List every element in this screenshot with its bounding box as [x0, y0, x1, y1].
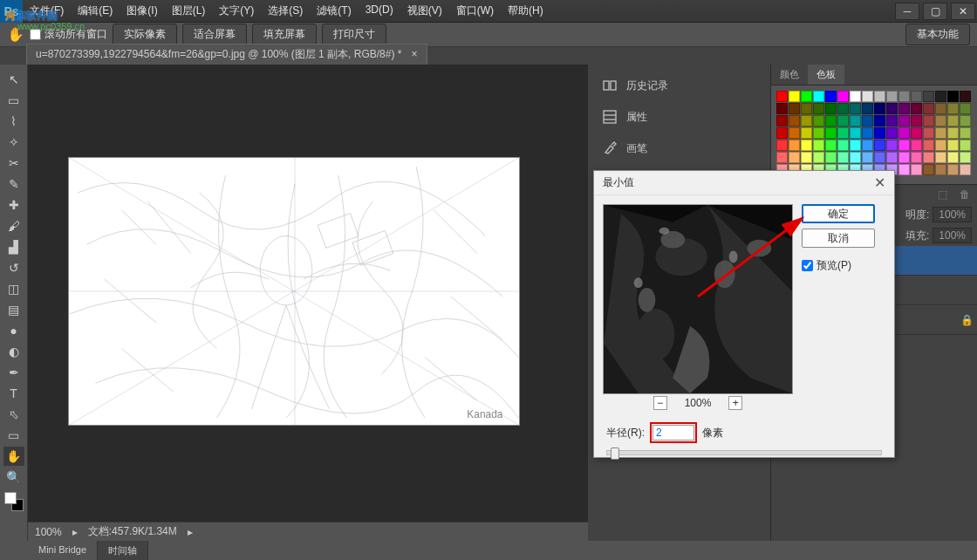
swatch[interactable]	[850, 127, 861, 139]
menu-edit[interactable]: 编辑(E)	[71, 0, 120, 23]
swatch[interactable]	[813, 115, 824, 126]
swatch[interactable]	[837, 103, 849, 114]
swatch[interactable]	[825, 91, 837, 102]
slider-thumb[interactable]	[611, 447, 619, 460]
swatch[interactable]	[898, 140, 910, 151]
swatch[interactable]	[789, 152, 800, 163]
maximize-button[interactable]: ▢	[923, 3, 947, 20]
close-button[interactable]: ✕	[951, 3, 975, 20]
trash-icon[interactable]: 🗑	[960, 188, 970, 201]
swatch[interactable]	[935, 103, 946, 114]
swatch[interactable]	[911, 91, 922, 102]
tab-timeline[interactable]: 时间轴	[98, 541, 148, 560]
hand-tool[interactable]: ✋	[3, 447, 24, 466]
swatch[interactable]	[825, 103, 837, 114]
tab-mini-bridge[interactable]: Mini Bridge	[28, 541, 98, 560]
swatch[interactable]	[789, 127, 800, 139]
swatch[interactable]	[898, 152, 910, 163]
swatch[interactable]	[801, 103, 812, 114]
pen-tool[interactable]: ✒	[3, 363, 24, 382]
swatch[interactable]	[947, 152, 959, 163]
swatch[interactable]	[874, 127, 885, 139]
swatch[interactable]	[874, 91, 885, 102]
swatch[interactable]	[923, 115, 934, 126]
swatch[interactable]	[947, 91, 959, 102]
swatch[interactable]	[886, 103, 898, 114]
move-tool[interactable]: ↖	[3, 70, 24, 89]
menu-type[interactable]: 文字(Y)	[212, 0, 261, 23]
swatch[interactable]	[886, 115, 898, 126]
swatch[interactable]	[898, 103, 910, 114]
eyedropper-tool[interactable]: ✎	[3, 174, 24, 194]
crop-tool[interactable]: ✂	[3, 154, 24, 173]
swatch[interactable]	[789, 140, 800, 151]
tab-swatches[interactable]: 色板	[808, 65, 844, 85]
swatch[interactable]	[776, 152, 788, 163]
swatch[interactable]	[813, 140, 824, 151]
zoom-status[interactable]: 100%	[35, 526, 62, 538]
swatch[interactable]	[960, 140, 971, 151]
swatch[interactable]	[923, 91, 934, 102]
brush-panel-toggle[interactable]: 画笔	[588, 133, 770, 164]
swatch[interactable]	[837, 127, 849, 139]
swatch[interactable]	[801, 152, 812, 163]
swatch[interactable]	[960, 127, 971, 139]
zoom-tool[interactable]: 🔍	[3, 468, 24, 487]
preview-checkbox[interactable]: 预览(P)	[802, 258, 875, 273]
menu-filter[interactable]: 滤镜(T)	[310, 0, 358, 23]
swatch[interactable]	[923, 127, 934, 139]
swatch[interactable]	[862, 152, 873, 163]
swatch[interactable]	[911, 127, 922, 139]
swatch[interactable]	[850, 140, 861, 151]
close-icon[interactable]: ×	[412, 48, 418, 60]
swatch[interactable]	[935, 164, 946, 175]
zoom-out-button[interactable]: −	[653, 396, 667, 410]
menu-layer[interactable]: 图层(L)	[165, 0, 213, 23]
swatch[interactable]	[801, 127, 812, 139]
swatch[interactable]	[886, 91, 898, 102]
path-select-tool[interactable]: ⬁	[3, 405, 24, 424]
swatch[interactable]	[850, 103, 861, 114]
chain-icon[interactable]: ⬚	[938, 188, 947, 201]
swatch[interactable]	[813, 103, 824, 114]
tab-color[interactable]: 颜色	[771, 65, 808, 85]
menu-select[interactable]: 选择(S)	[261, 0, 310, 23]
document-tab[interactable]: u=870273399,1922794564&fm=26&gp=0.jpg @ …	[26, 44, 427, 65]
swatch[interactable]	[813, 91, 824, 102]
radius-slider[interactable]	[606, 450, 882, 455]
radius-input[interactable]	[652, 425, 694, 440]
swatch[interactable]	[886, 152, 898, 163]
swatch[interactable]	[960, 115, 971, 126]
swatch[interactable]	[898, 127, 910, 139]
magic-wand-tool[interactable]: ✧	[3, 133, 24, 152]
filter-preview[interactable]	[603, 204, 793, 394]
swatch[interactable]	[789, 91, 800, 102]
swatch[interactable]	[801, 115, 812, 126]
swatch[interactable]	[862, 91, 873, 102]
fg-color-swatch[interactable]	[4, 492, 17, 504]
swatch[interactable]	[923, 152, 934, 163]
history-panel-toggle[interactable]: 历史记录	[588, 70, 770, 101]
swatch[interactable]	[898, 115, 910, 126]
menu-view[interactable]: 视图(V)	[400, 0, 449, 23]
actual-pixels-button[interactable]: 实际像素	[113, 24, 177, 45]
ok-button[interactable]: 确定	[802, 204, 875, 223]
swatch[interactable]	[850, 115, 861, 126]
marquee-tool[interactable]: ▭	[3, 91, 24, 110]
swatch[interactable]	[923, 103, 934, 114]
swatch[interactable]	[960, 91, 971, 102]
fill-value[interactable]: 100%	[933, 228, 972, 243]
swatch[interactable]	[898, 164, 910, 175]
blur-tool[interactable]: ●	[3, 321, 24, 340]
fit-screen-button[interactable]: 适合屏幕	[182, 24, 247, 45]
swatch[interactable]	[776, 103, 788, 114]
swatch[interactable]	[874, 152, 885, 163]
swatch[interactable]	[776, 91, 788, 102]
swatch[interactable]	[911, 115, 922, 126]
color-swatch[interactable]	[4, 492, 24, 511]
swatch[interactable]	[850, 152, 861, 163]
swatch[interactable]	[874, 140, 885, 151]
menu-image[interactable]: 图像(I)	[120, 0, 164, 23]
type-tool[interactable]: T	[3, 384, 24, 403]
swatch[interactable]	[960, 152, 971, 163]
